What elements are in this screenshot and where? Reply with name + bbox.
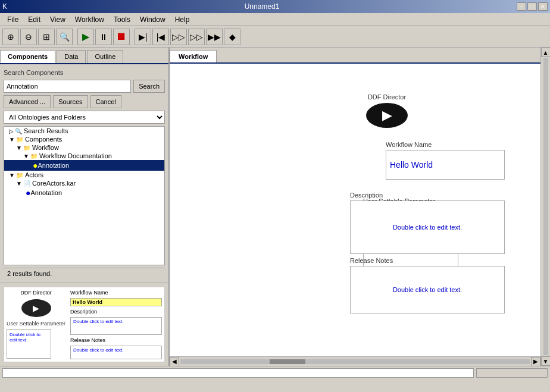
app-icon: K	[0, 2, 7, 11]
annotation-dot-selected: ●	[33, 161, 38, 170]
preview-release-box[interactable]: Double click to edit text.	[70, 346, 162, 359]
right-panel: Workflow DDF Director User Settable Para…	[170, 48, 540, 366]
h-scroll-left[interactable]: ◀	[170, 357, 179, 366]
canvas-desc-edit-text[interactable]: Double click to edit text.	[393, 224, 462, 231]
components-label: Components	[25, 136, 62, 143]
preview-desc-label: Description	[70, 309, 162, 315]
tree-workflow[interactable]: ▼ 📁 Workflow	[4, 143, 164, 152]
canvas-ddf-label: DDF Director	[366, 93, 408, 101]
zoom-out-button[interactable]: ⊖	[20, 29, 37, 45]
components-folder-icon: 📁	[16, 136, 23, 143]
fast-forward-button[interactable]: ▷▷	[170, 29, 187, 45]
workflow-canvas[interactable]: DDF Director User Settable Parameter Dou…	[170, 64, 540, 356]
v-scroll-down[interactable]: ▼	[541, 356, 551, 366]
tab-bar: Components Data Outline	[0, 48, 168, 64]
step-forward-button[interactable]: ▶|	[135, 29, 151, 45]
workflow-folder-icon: 📁	[23, 145, 30, 151]
cancel-button[interactable]: Cancel	[90, 95, 121, 108]
canvas-desc-box[interactable]: Double click to edit text.	[350, 200, 505, 254]
preview-wf-name-input[interactable]: Hello World	[70, 298, 162, 306]
step-back-button[interactable]: |◀	[152, 29, 169, 45]
minimize-button[interactable]: ─	[517, 2, 526, 11]
h-scroll-thumb[interactable]	[270, 359, 305, 364]
advanced-button[interactable]: Advanced ...	[4, 95, 51, 108]
menu-help[interactable]: Help	[170, 14, 195, 25]
tree-annotation-selected[interactable]: ● Annotation	[4, 160, 164, 171]
stop-button[interactable]: ⏹	[113, 29, 130, 45]
canvas-desc: Description Double click to edit text.	[350, 192, 505, 254]
workflow-label: Workflow	[32, 144, 59, 151]
menu-workflow[interactable]: Workflow	[70, 14, 109, 25]
tree-workflow-docs[interactable]: ▼ 📁 Workflow Documentation	[4, 152, 164, 160]
menu-bar: File Edit View Workflow Tools Window Hel…	[0, 13, 550, 26]
search-components-label: Search Components	[4, 68, 165, 77]
menu-tools[interactable]: Tools	[109, 14, 135, 25]
vertical-scrollbar[interactable]: ▲ ▼	[540, 48, 550, 366]
ff3-button[interactable]: ▶▶	[206, 29, 223, 45]
canvas-release: Release Notes Double click to edit text.	[350, 257, 505, 313]
preview-param-box: Double click to edit text.	[7, 329, 51, 359]
wf-docs-folder-icon: 📁	[30, 153, 38, 159]
tree-search-results[interactable]: ▷ 🔍 Search Results	[4, 127, 164, 135]
menu-window[interactable]: Window	[135, 14, 170, 25]
preview-director-icon	[21, 299, 51, 317]
annotation-selected-label: Annotation	[38, 162, 69, 169]
title-bar: K Unnamed1 ─ □ ✕	[0, 0, 550, 13]
menu-file[interactable]: File	[2, 14, 23, 25]
tree-arrow-coreactors: ▼	[16, 180, 22, 187]
tab-components[interactable]: Components	[0, 50, 55, 63]
menu-view[interactable]: View	[45, 14, 70, 25]
sources-button[interactable]: Sources	[53, 95, 88, 108]
restore-button[interactable]: □	[527, 2, 537, 11]
play-button[interactable]: ▶	[77, 29, 94, 45]
preview-param-text[interactable]: Double click to edit text.	[7, 330, 51, 345]
tab-outline[interactable]: Outline	[87, 50, 123, 63]
tree-annotation-2[interactable]: ● Annotation	[4, 187, 164, 198]
status-button[interactable]	[476, 368, 548, 378]
ontology-dropdown[interactable]: All Ontologies and Folders Components On…	[4, 111, 165, 124]
zoom-in-button[interactable]: ⊕	[2, 29, 19, 45]
menu-edit[interactable]: Edit	[23, 14, 45, 25]
preview-release-text: Double click to edit text.	[73, 347, 123, 353]
search-button[interactable]: Search	[133, 80, 165, 93]
right-wrapper: Workflow DDF Director User Settable Para…	[170, 48, 550, 366]
v-scroll-up[interactable]: ▲	[541, 48, 551, 57]
status-bar	[0, 366, 550, 379]
search-icon: 🔍	[15, 128, 22, 134]
tree-arrow-components: ▼	[9, 136, 15, 143]
annotation-label-2: Annotation	[30, 189, 62, 196]
preview-inner: DDF Director User Settable Parameter Dou…	[4, 287, 165, 362]
zoom-reset-button[interactable]: 🔍	[56, 29, 73, 45]
ff2-button[interactable]: ▷▷	[188, 29, 205, 45]
tree-components[interactable]: ▼ 📁 Components	[4, 135, 164, 143]
h-scroll-right[interactable]: ▶	[531, 357, 540, 366]
preview-ddf-label: DDF Director	[7, 290, 65, 296]
canvas-wf-name-box[interactable]: Hello World	[386, 150, 505, 180]
coreactors-label: CoreActors.kar	[32, 180, 76, 187]
preview-param-label: User Settable Parameter	[7, 321, 65, 327]
tab-data[interactable]: Data	[57, 50, 86, 63]
canvas-release-box[interactable]: Double click to edit text.	[350, 266, 505, 313]
pause-button[interactable]: ⏸	[95, 29, 112, 45]
end-button[interactable]: ◆	[224, 29, 240, 45]
toolbar: ⊕ ⊖ ⊞ 🔍 ▶ ⏸ ⏹ ▶| |◀ ▷▷ ▷▷ ▶▶ ◆	[0, 26, 550, 48]
v-scroll-track[interactable]	[543, 58, 548, 355]
workflow-tab[interactable]: Workflow	[170, 50, 217, 62]
search-input[interactable]	[4, 80, 131, 93]
h-scroll-track[interactable]	[180, 359, 530, 364]
preview-desc-box[interactable]: Double click to edit text.	[70, 317, 162, 335]
search-row: Search	[4, 80, 165, 93]
preview-left: DDF Director User Settable Parameter Dou…	[7, 290, 65, 359]
canvas-release-edit-text[interactable]: Double click to edit text.	[393, 286, 462, 293]
fit-button[interactable]: ⊞	[38, 29, 55, 45]
actors-folder-icon: 📁	[16, 172, 23, 178]
canvas-release-label: Release Notes	[350, 257, 505, 264]
preview-right: Workflow Name Hello World Description Do…	[70, 290, 162, 359]
tree-actors[interactable]: ▼ 📁 Actors	[4, 171, 164, 179]
annotation-dot-2: ●	[26, 188, 30, 197]
tree-coreactors[interactable]: ▼ 📄 CoreActors.kar	[4, 179, 164, 187]
workflow-tab-bar: Workflow	[170, 48, 540, 64]
canvas-wf-name-label: Workflow Name	[386, 141, 505, 148]
horizontal-scrollbar[interactable]: ◀ ▶	[170, 356, 540, 366]
close-button[interactable]: ✕	[538, 2, 548, 11]
